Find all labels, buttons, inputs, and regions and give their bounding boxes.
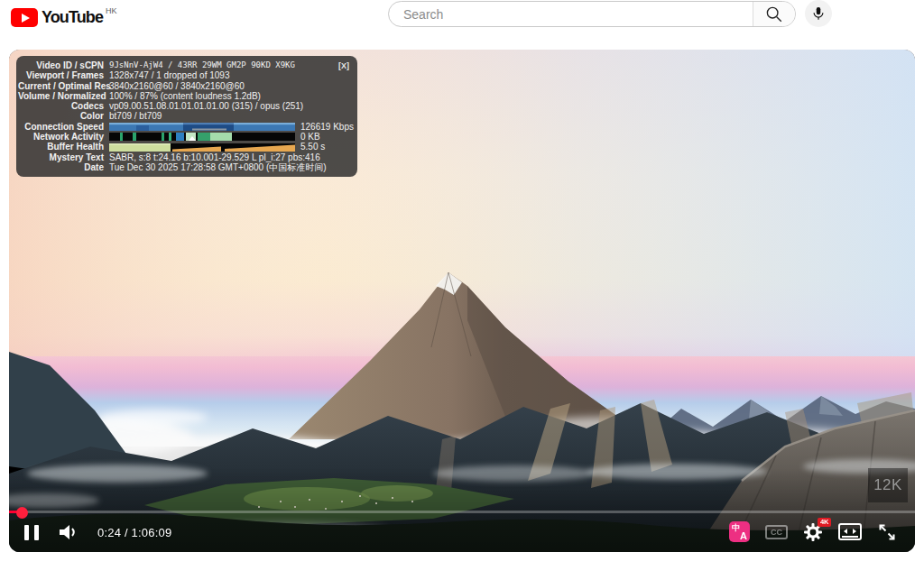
cc-icon: CC (771, 528, 782, 537)
search-button[interactable] (753, 2, 795, 26)
connection-speed-graph (109, 123, 295, 131)
player-controls-left: 0:24 / 1:06:09 (24, 523, 171, 541)
stats-row-volume: Volume / Normalized 100% / 87% (content … (18, 91, 350, 101)
video-player[interactable]: [X] Video ID / sCPN 9JsNnV-AjW4 / 43RR 2… (9, 50, 915, 552)
search-icon (764, 5, 784, 24)
buffer-health-graph (109, 143, 295, 152)
voice-search-button[interactable] (805, 0, 832, 27)
stats-row-video-id: Video ID / sCPN 9JsNnV-AjW4 / 43RR 29WM … (18, 60, 350, 70)
progress-bar[interactable] (9, 511, 915, 513)
scrubber-handle[interactable] (16, 507, 28, 519)
fullscreen-icon (877, 522, 897, 542)
stats-close-button[interactable]: [X] (338, 61, 349, 70)
stats-row-codecs: Codecs vp09.00.51.08.01.01.01.01.00 (315… (18, 101, 350, 111)
volume-icon (57, 523, 79, 541)
microphone-icon (810, 5, 827, 22)
miniplayer-button[interactable] (838, 523, 862, 540)
pause-button[interactable] (24, 525, 39, 540)
translate-icon: 中 (732, 522, 740, 534)
network-activity-graph (109, 133, 295, 141)
translate-extension-button[interactable]: 中 A (729, 521, 750, 542)
pause-icon (24, 525, 29, 540)
stats-row-color: Color bt709 / bt709 (18, 111, 350, 121)
player-controls-right: 中 A CC 4K (729, 521, 897, 542)
stats-row-buffer-health: Buffer Health 5.50 s (18, 142, 350, 152)
search-bar (388, 1, 796, 27)
stats-row-mystery-text: Mystery Text SABR, s:8 t:24.16 b:10.001-… (18, 152, 350, 162)
youtube-wordmark: YouTube (42, 8, 103, 27)
time-display: 0:24 / 1:06:09 (97, 526, 171, 539)
resolution-watermark: 12K (868, 468, 908, 502)
stats-row-connection-speed: Connection Speed 126619 Kbps (18, 122, 350, 132)
miniplayer-icon (844, 529, 847, 534)
fullscreen-button[interactable] (877, 522, 897, 542)
stats-row-resolution: Current / Optimal Res 3840x2160@60 / 384… (18, 81, 350, 91)
region-label: HK (106, 6, 117, 15)
stats-row-date: Date Tue Dec 30 2025 17:28:58 GMT+0800 (… (18, 162, 350, 172)
stats-row-viewport: Viewport / Frames 1328x747 / 1 dropped o… (18, 70, 350, 80)
settings-button[interactable]: 4K (803, 522, 823, 542)
stats-for-nerds-panel: [X] Video ID / sCPN 9JsNnV-AjW4 / 43RR 2… (16, 56, 357, 177)
volume-button[interactable] (57, 523, 79, 541)
stats-row-network-activity: Network Activity 0 KB (18, 132, 350, 142)
subtitles-button[interactable]: CC (765, 525, 788, 539)
search-input[interactable] (389, 2, 753, 26)
quality-badge: 4K (818, 518, 831, 527)
top-bar: YouTube HK (0, 0, 924, 43)
youtube-play-icon (11, 8, 38, 27)
youtube-logo[interactable]: YouTube HK (11, 8, 117, 27)
